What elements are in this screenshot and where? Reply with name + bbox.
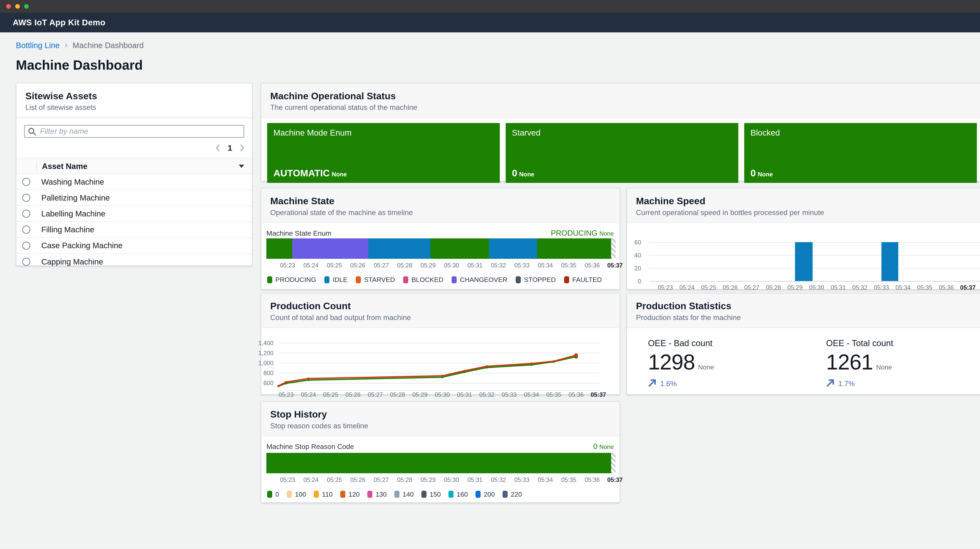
legend-item-faulted: FAULTED	[564, 276, 602, 284]
legend-label: 200	[484, 490, 495, 498]
table-row[interactable]: Palletizing Machine	[16, 190, 252, 206]
timeline-segment-producing	[266, 238, 292, 259]
x-axis: 05:2305:2405:2505:2605:2705:2805:2905:30…	[649, 284, 980, 292]
zoom-window-button[interactable]	[24, 4, 29, 9]
widget-subtitle: Count of total and bad output from machi…	[270, 313, 611, 322]
legend-item-140: 140	[395, 490, 414, 498]
x-axis-label: 05:28	[397, 476, 412, 484]
x-axis-label: 05:23	[280, 262, 295, 269]
legend-label: 150	[430, 490, 441, 498]
assets-panel-title: Sitewise Assets	[25, 91, 243, 101]
gridline	[649, 242, 980, 243]
x-axis-label: 05:36	[939, 284, 954, 291]
status-card-value: 0None	[512, 168, 534, 179]
table-row[interactable]: Capping Machine	[16, 254, 252, 270]
x-axis-label: 05:25	[701, 284, 716, 291]
no-data-stripe	[611, 453, 616, 473]
asset-name: Palletizing Machine	[41, 193, 110, 203]
x-axis-label: 05:26	[723, 284, 738, 291]
legend-label: 140	[402, 490, 414, 498]
widget-subtitle: The current operational status of the ma…	[270, 103, 974, 112]
x-axis-label: 05:35	[561, 262, 576, 269]
filter-input[interactable]	[24, 125, 244, 138]
asset-table-header[interactable]: Asset Name	[16, 159, 252, 174]
gridline	[649, 281, 980, 282]
trend-up-arrow-icon	[826, 378, 835, 390]
production-count-panel: Production Count Count of total and bad …	[261, 293, 620, 395]
legend-swatch	[287, 491, 292, 498]
x-axis-label: 05:28	[397, 262, 412, 269]
breadcrumb-current: Machine Dashboard	[73, 41, 144, 50]
radio-button[interactable]	[22, 194, 30, 202]
y-axis-label: 60	[634, 239, 641, 246]
table-row[interactable]: Case Packing Machine	[16, 238, 252, 254]
x-axis-label: 05:30	[809, 284, 824, 291]
x-axis-label: 05:36	[585, 262, 600, 269]
x-axis-label: 05:27	[374, 476, 389, 484]
sort-descending-icon[interactable]	[239, 164, 244, 168]
radio-button[interactable]	[22, 209, 30, 218]
previous-page-button[interactable]	[216, 144, 220, 152]
widget-title: Machine State	[270, 195, 611, 206]
widget-title: Machine Operational Status	[270, 91, 974, 101]
asset-name: Capping Machine	[41, 257, 103, 267]
x-axis-label: 05:27	[368, 391, 383, 398]
legend-item-100: 100	[287, 490, 306, 498]
legend-swatch	[340, 491, 345, 498]
x-axis-label: 05:33	[874, 284, 889, 291]
table-row[interactable]: Washing Machine	[16, 174, 252, 190]
page-number[interactable]: 1	[228, 144, 232, 153]
kpi-label: OEE - Total count	[826, 338, 893, 348]
x-axis-label: 05:24	[679, 284, 694, 291]
app-title: AWS IoT App Kit Demo	[13, 18, 105, 27]
y-axis-label: 40	[634, 252, 641, 259]
minimize-window-button[interactable]	[15, 4, 20, 9]
radio-button[interactable]	[22, 258, 30, 266]
x-axis-label: 05:33	[514, 476, 530, 484]
y-axis-label: 0	[638, 278, 641, 285]
current-code-readout: 0None	[593, 439, 614, 451]
legend-swatch	[367, 491, 372, 498]
legend-label: PRODUCING	[275, 276, 316, 284]
legend-item-changeover: CHANGEOVER	[452, 276, 507, 284]
y-axis-label: 1,200	[258, 350, 274, 357]
radio-button[interactable]	[22, 241, 30, 250]
next-page-button[interactable]	[240, 144, 244, 152]
status-card-label: Blocked	[751, 128, 780, 137]
kpi-unit: None	[698, 363, 714, 371]
radio-button[interactable]	[22, 225, 30, 234]
x-axis-label: 05:30	[435, 391, 450, 398]
kpi-value: 1298None	[648, 351, 714, 373]
x-axis-label: 05:27	[744, 284, 759, 291]
status-card-value: 0None	[751, 168, 773, 179]
x-axis-label: 05:34	[538, 262, 553, 269]
breadcrumb-link[interactable]: Bottling Line	[16, 41, 60, 50]
x-axis-label: 05:24	[304, 262, 318, 269]
x-axis-label: 05:25	[327, 476, 342, 484]
legend-swatch	[267, 491, 272, 498]
legend-swatch	[515, 276, 521, 283]
production-statistics-panel: Production Statistics Production stats f…	[627, 293, 980, 395]
close-window-button[interactable]	[6, 4, 11, 9]
legend-item-220: 220	[503, 490, 522, 498]
search-icon	[28, 126, 36, 138]
x-axis-label: 05:36	[585, 476, 600, 484]
legend-swatch	[267, 276, 272, 283]
legend-swatch	[325, 276, 329, 283]
legend-label: STARVED	[364, 276, 395, 284]
legend-swatch	[422, 491, 426, 498]
table-row[interactable]: Filling Machine	[16, 222, 252, 238]
x-axis: 05:2305:2405:2505:2605:2705:2805:2905:30…	[266, 476, 616, 484]
x-axis-label: 05:25	[323, 391, 338, 398]
legend-label: CHANGEOVER	[460, 276, 508, 284]
property-label: Machine State Enum	[266, 229, 331, 238]
gridline	[649, 268, 980, 269]
radio-button[interactable]	[22, 178, 30, 186]
x-axis-label: 05:28	[766, 284, 781, 291]
table-row[interactable]: Labelling Machine	[16, 206, 252, 222]
y-axis-label: 20	[634, 265, 641, 272]
x-axis-label: 05:31	[468, 262, 482, 269]
x-axis: 05:2305:2405:2505:2605:2705:2805:2905:30…	[266, 262, 616, 270]
x-axis-label: 05:25	[327, 262, 342, 269]
asset-name-column-header[interactable]: Asset Name	[42, 162, 88, 171]
